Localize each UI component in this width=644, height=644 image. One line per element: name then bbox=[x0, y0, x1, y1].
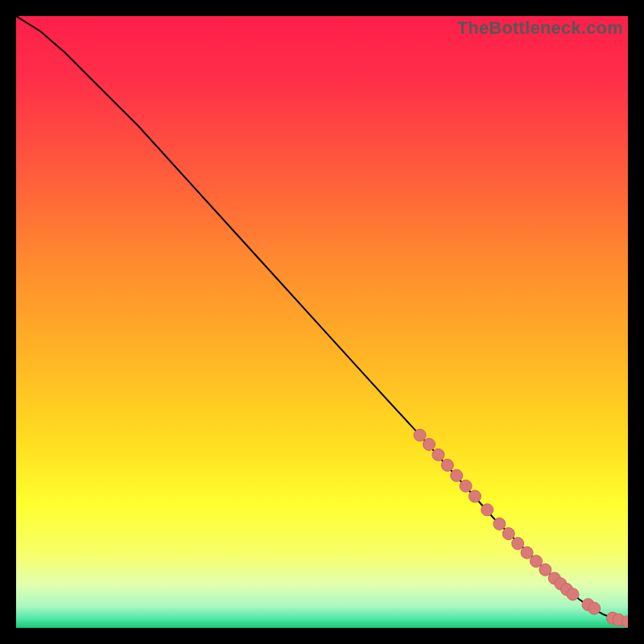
gradient-rect bbox=[16, 16, 628, 628]
data-marker bbox=[423, 439, 436, 451]
data-marker bbox=[530, 555, 543, 568]
data-marker bbox=[469, 490, 481, 502]
data-marker bbox=[512, 538, 524, 550]
data-marker bbox=[493, 518, 506, 530]
chart-svg bbox=[16, 16, 628, 628]
data-marker bbox=[481, 504, 493, 516]
data-marker bbox=[432, 448, 444, 460]
data-marker bbox=[451, 469, 463, 481]
chart-frame: TheBottleneck.com bbox=[16, 16, 628, 628]
data-marker bbox=[539, 564, 551, 576]
data-marker bbox=[567, 588, 579, 601]
data-marker bbox=[414, 429, 426, 441]
data-marker bbox=[521, 547, 533, 559]
data-marker bbox=[441, 459, 453, 471]
data-marker bbox=[460, 480, 472, 492]
data-marker bbox=[502, 527, 514, 539]
data-marker bbox=[588, 602, 601, 614]
